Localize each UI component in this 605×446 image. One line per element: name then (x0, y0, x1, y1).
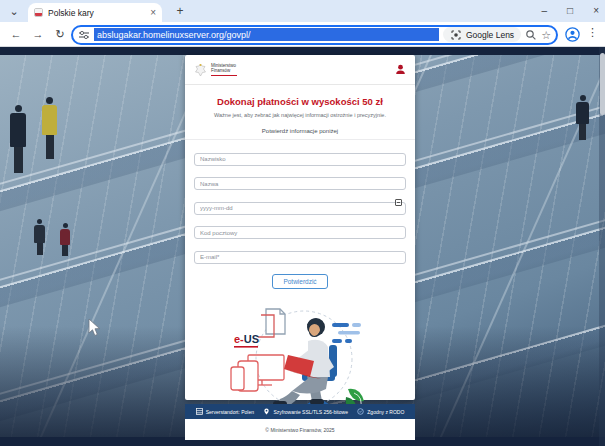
name-field[interactable] (194, 177, 406, 190)
back-icon[interactable]: ← (8, 26, 24, 42)
window-minimize-icon[interactable]: – (542, 6, 548, 16)
server-location-item: Serverstandort: Polen (196, 408, 254, 415)
window-maximize-icon[interactable]: □ (567, 6, 573, 16)
gdpr-label: Zgodny z RODO (367, 409, 404, 415)
google-lens-icon (450, 29, 462, 41)
payment-subtitle: Ważne jest, aby zebrać jak najwięcej inf… (185, 112, 415, 118)
browser-window: ⌄ Polskie kary × + – □ × ← → ↻ abslugaka… (0, 0, 605, 446)
forward-icon[interactable]: → (30, 26, 46, 42)
tune-icon[interactable] (78, 30, 90, 40)
ministry-brand: Ministerstwo Finansów (194, 63, 237, 77)
bookmark-star-icon[interactable]: ☆ (541, 29, 551, 41)
birthdate-field[interactable] (194, 202, 406, 215)
url-text-selected[interactable]: abslugakar.homelinuxserver.org/govpl/ (94, 28, 439, 41)
search-icon[interactable] (525, 29, 537, 41)
google-lens-button[interactable]: Google Lens (443, 27, 521, 42)
brand-underline (211, 75, 237, 77)
mouse-cursor (88, 318, 101, 337)
encryption-label: Szyfrowanie SSL/TLS 256-bitowe (273, 409, 347, 415)
google-lens-label: Google Lens (466, 30, 514, 40)
tab-close-icon[interactable]: × (150, 8, 156, 18)
server-icon (196, 408, 203, 415)
tab-title: Polskie kary (48, 8, 145, 18)
postal-code-field[interactable] (194, 226, 406, 239)
window-close-icon[interactable]: × (593, 6, 599, 16)
chat-lines-icon (332, 323, 361, 343)
payment-form: Potwierdzić (185, 140, 415, 289)
document-icon (258, 309, 285, 337)
new-tab-button[interactable]: + (172, 4, 188, 20)
payment-card: Ministerstwo Finansów Dokonaj płatności … (185, 55, 415, 400)
location-pin-icon (263, 408, 270, 415)
scrollbar (599, 47, 605, 446)
browser-menu-icon[interactable]: ⋮ (587, 26, 598, 39)
form-heading: Potwierdź informacje poniżej (185, 128, 415, 140)
page-top-band (0, 47, 605, 55)
shield-check-icon (357, 408, 364, 415)
devices-icon (231, 355, 284, 391)
gdpr-item: Zgodny z RODO (357, 408, 404, 415)
copyright-text: © Ministerstwo Finansów, 2025 (265, 427, 334, 433)
email-field[interactable] (194, 251, 406, 264)
person-silhouette (10, 105, 26, 173)
coat-of-arms-eagle-icon (194, 63, 207, 77)
calendar-icon[interactable] (395, 199, 402, 206)
tab-favicon-polish-flag-icon (34, 8, 43, 17)
person-silhouette (34, 219, 45, 255)
copyright-strip: © Ministerstwo Finansów, 2025 (185, 419, 415, 440)
e-us-label: e-US (234, 333, 259, 345)
surname-field[interactable] (194, 153, 406, 166)
tab-strip: ⌄ Polskie kary × + – □ × (0, 0, 605, 22)
server-location-label: Serverstandort: Polen (206, 409, 254, 415)
browser-toolbar: ← → ↻ abslugakar.homelinuxserver.org/gov… (0, 22, 605, 47)
card-header: Ministerstwo Finansów (185, 55, 415, 85)
browser-tab[interactable]: Polskie kary × (28, 3, 162, 22)
person-silhouette (42, 97, 57, 159)
profile-avatar-icon[interactable] (565, 27, 580, 42)
user-account-icon[interactable] (395, 64, 406, 75)
confirm-button[interactable]: Potwierdzić (272, 274, 327, 289)
person-silhouette (60, 223, 70, 256)
tab-search-chevron-icon[interactable]: ⌄ (6, 3, 22, 19)
reload-icon[interactable]: ↻ (52, 26, 68, 42)
scrollbar-thumb[interactable] (600, 53, 605, 115)
encryption-item: Szyfrowanie SSL/TLS 256-bitowe (263, 408, 347, 415)
brand-line2: Finansów (211, 68, 237, 74)
payment-title: Dokonaj płatności w wysokości 50 zł (185, 96, 415, 107)
address-bar[interactable]: abslugakar.homelinuxserver.org/govpl/ Go… (71, 25, 558, 45)
trust-footer: Serverstandort: Polen Szyfrowanie SSL/TL… (185, 404, 415, 419)
person-silhouette (576, 95, 589, 140)
